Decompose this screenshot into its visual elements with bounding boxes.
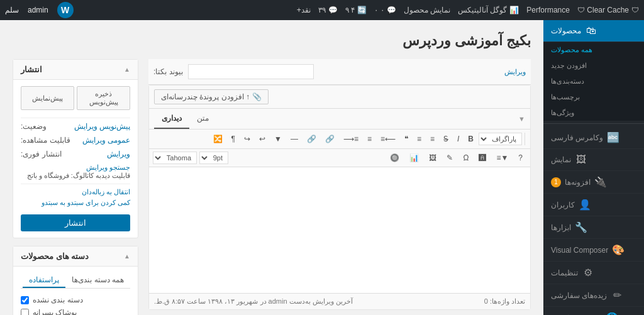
btn-help[interactable]: ? <box>514 151 526 165</box>
preview-btn[interactable]: پیش‌نمایش <box>21 86 74 110</box>
bonvad-input[interactable] <box>188 64 314 79</box>
date-label: انتشار فوری: <box>21 150 62 158</box>
adminbar-show-product[interactable]: نمایش محصول <box>404 6 450 14</box>
adminbar-new-item[interactable]: نقد+ <box>297 6 311 14</box>
adminbar-left: 🛡 Clear Cache 🛡 Performance 📊 گوگل آنالی… <box>297 6 639 14</box>
adminbar-right: W admin سلم <box>5 2 74 18</box>
publish-toggle: ▲ <box>124 66 130 73</box>
appearance-icon: 🖼 <box>575 154 587 165</box>
btn-ol[interactable]: ≡ <box>413 132 425 146</box>
woo-fa-icon: 🔤 <box>607 131 619 143</box>
cat-checkbox-uncategorized[interactable] <box>21 296 29 304</box>
btn-table[interactable]: ▼≡ <box>492 151 512 165</box>
toolbar-row-1: پاراگراف B I S̶ ≡ ≡ ❝ ⟵≡ ≡ ≡⟶ 🔗 🔗 <box>149 130 530 149</box>
sidebar-item-plugins[interactable]: 🔌 افزونه‌ها 1 <box>543 171 644 194</box>
cat-checkbox-boys[interactable] <box>21 309 29 316</box>
sidebar-sub-tags[interactable]: برچسب‌ها <box>543 89 644 105</box>
btn-bold[interactable]: B <box>464 132 477 146</box>
publish-metabox-header[interactable]: ▲ انتشار <box>13 60 138 80</box>
btn-ul[interactable]: ≡ <box>426 132 438 146</box>
admin-sidebar: 🛍 محصولات همه محصولات افزودن جدید دسته‌ب… <box>543 20 644 315</box>
btn-blockquote[interactable]: ❝ <box>401 132 412 146</box>
adminbar-comments[interactable]: 💬 ۳۹ <box>318 6 338 14</box>
btn-align-center[interactable]: ≡ <box>364 132 375 146</box>
cat-tab-popular[interactable]: پراستفاده <box>23 273 65 288</box>
btn-radio[interactable]: 🔘 <box>386 151 403 165</box>
admin-username[interactable]: admin <box>28 6 48 14</box>
edit-permalink-link[interactable]: ویرایش <box>504 68 526 76</box>
word-count: تعداد واژه‌ها: 0 <box>484 297 525 306</box>
sidebar-sub-all-products[interactable]: همه محصولات <box>543 42 644 58</box>
sidebar-item-woocommerce-fa[interactable]: 🔤 وکامرس فارسی <box>543 126 644 149</box>
move-trash-link[interactable]: انتقال به زباله‌دان <box>21 188 130 196</box>
vc-icon: 🎨 <box>612 244 625 256</box>
btn-unlink[interactable]: 🔗 <box>303 132 320 146</box>
adminbar-clear-cache[interactable]: 🛡 Clear Cache 🛡 <box>577 6 639 14</box>
date-value[interactable]: ویرایش <box>107 150 130 158</box>
format-select[interactable]: پاراگراف <box>479 133 522 145</box>
adminbar-performance[interactable]: Performance <box>526 6 570 14</box>
sidebar-sub-attributes[interactable]: ویژگی‌ها <box>543 105 644 121</box>
editor-box: 📎 ↑ افزودن پروندهٔ چندرسانه‌ای ▼ متن <box>148 85 531 310</box>
btn-color[interactable]: 🅰 <box>475 151 490 165</box>
sidebar-item-products[interactable]: 🛍 محصولات <box>543 20 644 42</box>
main-wrapper: 🛍 محصولات همه محصولات افزودن جدید دسته‌ب… <box>0 20 644 315</box>
cache-icon: 🛡 <box>631 6 639 14</box>
btn-special-char[interactable]: Ω <box>459 151 472 165</box>
sidebar-sub-categories[interactable]: دسته‌بندی‌ها <box>543 74 644 89</box>
btn-align-right[interactable]: ⟵≡ <box>377 132 399 146</box>
cat-tab-all[interactable]: همه دسته بندی‌ها <box>65 273 130 288</box>
btn-redo[interactable]: ↪ <box>240 132 254 146</box>
btn-italic[interactable]: I <box>453 132 463 146</box>
sidebar-sub-add-new[interactable]: افزودن جدید <box>543 58 644 74</box>
btn-undo[interactable]: ↩ <box>255 132 269 146</box>
adminbar-analytics[interactable]: 📊 گوگل آنالیتیکس <box>458 6 519 14</box>
sidebar-item-tools[interactable]: 🔧 ابزارها <box>543 216 644 239</box>
btn-paragraph[interactable]: ¶ <box>228 132 239 146</box>
publish-button[interactable]: انتشار <box>21 214 130 231</box>
btn-chart[interactable]: 📊 <box>406 151 423 165</box>
page-title: بکیج آموزشی وردپرس <box>13 33 531 49</box>
content-area: ویرایش بیوند بکتا: 📎 ↑ افزودن پروندهٔ چن… <box>13 59 531 315</box>
btn-strikethrough[interactable]: S̶ <box>440 132 452 146</box>
btn-insert-more[interactable]: — <box>287 132 302 146</box>
plugins-icon: 🔌 <box>594 176 607 188</box>
main-content: بکیج آموزشی وردپرس ویرایش بیوند بکتا: <box>0 20 543 315</box>
wp-fa-icon: 🌐 <box>606 312 618 315</box>
back-list-link[interactable]: کمی کردن برای سبتدو به سبتدو <box>21 199 130 207</box>
sidebar-item-users[interactable]: 👤 کاربران <box>543 194 644 216</box>
adminbar-notifications[interactable]: 💬 ۰ ۰ <box>374 6 396 14</box>
btn-edit[interactable]: ✎ <box>443 151 457 165</box>
cat-toggle: ▲ <box>124 253 130 260</box>
btn-link[interactable]: 🔗 <box>321 132 338 146</box>
sidebar-item-appearance[interactable]: 🖼 نمایش <box>543 149 644 171</box>
sidebar-item-visual-composer[interactable]: 🎨 Visual Composer <box>543 239 644 262</box>
wp-logo[interactable]: W <box>57 2 74 18</box>
custom-icon: ✏ <box>611 289 623 301</box>
categories-header[interactable]: ▲ دسته های محصولات <box>13 246 138 267</box>
btn-toggle-toolbar[interactable]: ▼ <box>270 132 286 146</box>
cat-list: دسته بندی نشده پوشاک پسرانه پوشاک مردانه <box>21 294 130 315</box>
font-size-select[interactable]: 9pt <box>199 152 228 164</box>
visibility-value[interactable]: عمومی ویرایش <box>82 136 130 145</box>
btn-shuffle[interactable]: 🔀 <box>209 132 226 146</box>
kitchen-sink-toggle[interactable]: ▼ <box>518 115 525 123</box>
add-media-icon: 📎 <box>252 92 262 101</box>
users-icon: 👤 <box>579 199 591 211</box>
status-value[interactable]: پیش‌نویس ویرایش <box>74 122 130 131</box>
status-label: وضعیت: <box>21 122 47 131</box>
btn-image[interactable]: 🖼 <box>425 151 440 165</box>
font-family-select[interactable]: Tahoma <box>153 152 197 164</box>
btn-align-left[interactable]: ≡⟶ <box>340 132 362 146</box>
add-form-button[interactable]: 📎 ↑ افزودن پروندهٔ چندرسانه‌ای <box>154 89 269 104</box>
catalog-info: جستجو ویرایش قابلیت دیدبه کاتالوگ: فروشگ… <box>21 163 130 180</box>
sidebar-item-wp-fa[interactable]: 🌐 وردپرس فارسی <box>543 307 644 315</box>
adminbar-updates[interactable]: 🔄 ۴ ۹ <box>345 6 367 14</box>
sidebar-item-custom[interactable]: ✏ زیده‌های سفارشی <box>543 284 644 307</box>
tab-text[interactable]: متن <box>189 109 216 129</box>
editor-content-area[interactable] <box>149 167 530 293</box>
cat-item-uncategorized: دسته بندی نشده <box>21 294 130 306</box>
save-draft-btn[interactable]: ذخیره پیش‌نویس <box>77 86 130 110</box>
tab-visual[interactable]: دیداری <box>154 109 189 129</box>
sidebar-item-settings[interactable]: ⚙ تنظیمات <box>543 262 644 284</box>
